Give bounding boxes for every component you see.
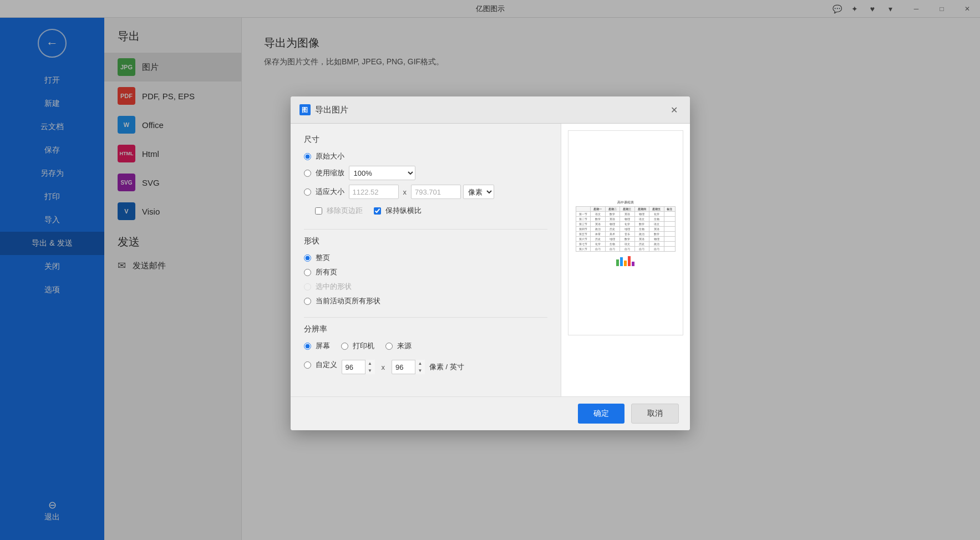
radio-fit-input[interactable] <box>304 188 311 195</box>
radio-all-pages-label: 所有页 <box>316 267 337 277</box>
dialog-close-button[interactable]: ✕ <box>668 103 681 116</box>
radio-printer-label: 打印机 <box>353 341 374 351</box>
custom-x-down[interactable]: ▼ <box>365 367 375 374</box>
custom-y-wrap: ▲ ▼ <box>392 360 425 374</box>
radio-whole-page-input[interactable] <box>304 254 311 261</box>
custom-x-up[interactable]: ▲ <box>365 360 375 367</box>
resolution-section-title: 分辨率 <box>304 324 547 334</box>
radio-all-pages-input[interactable] <box>304 268 311 276</box>
custom-y-spinners: ▲ ▼ <box>415 360 425 374</box>
radio-custom-input[interactable] <box>304 361 311 368</box>
keep-ratio-row: 保持纵横比 <box>374 206 422 216</box>
radio-original-size[interactable]: 原始大小 <box>304 151 547 161</box>
custom-y-up[interactable]: ▲ <box>415 360 425 367</box>
radio-zoom-row[interactable]: 使用缩放 100% <box>304 166 547 180</box>
dialog-left-panel: 尺寸 原始大小 使用缩放 100% 适应大小 <box>291 124 561 396</box>
preview-chart <box>616 254 634 266</box>
radio-screen[interactable]: 屏幕 <box>304 341 330 351</box>
shape-section-title: 形状 <box>304 236 547 246</box>
radio-screen-label: 屏幕 <box>316 341 330 351</box>
remove-margin-row: 移除页边距 <box>315 206 363 216</box>
remove-margin-checkbox[interactable] <box>315 207 322 214</box>
dialog-header-icon: 图 <box>299 104 311 115</box>
radio-source-label: 来源 <box>397 341 412 351</box>
resolution-options-row: 屏幕 打印机 来源 <box>304 341 547 355</box>
radio-current-page-input[interactable] <box>304 297 311 304</box>
radio-current-page[interactable]: 当前活动页所有形状 <box>304 296 547 306</box>
radio-original-size-label: 原始大小 <box>316 151 344 161</box>
radio-custom-label: 自定义 <box>316 360 337 370</box>
zoom-select[interactable]: 100% <box>349 166 415 180</box>
shape-section: 形状 整页 所有页 选中的形状 当前活动页所有形状 <box>304 236 547 306</box>
size-section: 尺寸 原始大小 使用缩放 100% 适应大小 <box>304 135 547 218</box>
radio-selected-shapes-input <box>304 283 311 290</box>
preview-area: 高中课程表 星期一星期二星期三星期四星期五备注 第一节语文数学英语物理化学 第二… <box>568 130 683 335</box>
dialog-body: 尺寸 原始大小 使用缩放 100% 适应大小 <box>291 124 690 396</box>
radio-fit-label: 适应大小 <box>316 187 344 197</box>
preview-table-title: 高中课程表 <box>617 200 634 205</box>
custom-x-wrap: ▲ ▼ <box>342 360 375 374</box>
radio-current-page-label: 当前活动页所有形状 <box>316 296 380 306</box>
custom-resolution-row: 自定义 ▲ ▼ x ▲ ▼ <box>304 360 547 374</box>
radio-original-size-input[interactable] <box>304 152 311 160</box>
radio-custom[interactable]: 自定义 <box>304 360 337 370</box>
fit-options-row: 移除页边距 保持纵横比 <box>315 203 547 218</box>
confirm-button[interactable]: 确定 <box>578 404 624 424</box>
size-section-title: 尺寸 <box>304 135 547 145</box>
preview-content: 高中课程表 星期一星期二星期三星期四星期五备注 第一节语文数学英语物理化学 第二… <box>568 195 683 270</box>
cross-label: x <box>401 187 409 196</box>
preview-table: 星期一星期二星期三星期四星期五备注 第一节语文数学英语物理化学 第二节数学英语物… <box>576 206 676 251</box>
radio-all-pages[interactable]: 所有页 <box>304 267 547 277</box>
fit-height-input[interactable] <box>411 185 461 199</box>
export-image-dialog: 图 导出图片 ✕ 尺寸 原始大小 使用缩放 100% <box>291 96 690 430</box>
radio-printer[interactable]: 打印机 <box>341 341 374 351</box>
custom-unit-label: 像素 / 英寸 <box>429 362 464 372</box>
radio-source[interactable]: 来源 <box>385 341 412 351</box>
section-divider-1 <box>304 229 547 230</box>
custom-y-down[interactable]: ▼ <box>415 367 425 374</box>
dialog-footer: 确定 取消 <box>291 396 690 430</box>
radio-zoom-label: 使用缩放 <box>316 168 344 178</box>
radio-printer-input[interactable] <box>341 342 348 349</box>
resolution-section: 分辨率 屏幕 打印机 来源 <box>304 324 547 374</box>
cross-label-2: x <box>379 363 388 371</box>
radio-screen-input[interactable] <box>304 342 311 349</box>
fit-unit-select[interactable]: 像素 <box>463 185 494 199</box>
radio-fit-row[interactable]: 适应大小 x 像素 <box>304 185 547 199</box>
keep-ratio-checkbox[interactable] <box>374 207 381 214</box>
keep-ratio-label: 保持纵横比 <box>385 206 422 216</box>
radio-selected-shapes[interactable]: 选中的形状 <box>304 282 547 292</box>
dialog-right-panel: 高中课程表 星期一星期二星期三星期四星期五备注 第一节语文数学英语物理化学 第二… <box>561 124 690 396</box>
fit-width-input[interactable] <box>349 185 399 199</box>
cancel-button[interactable]: 取消 <box>631 404 679 424</box>
radio-whole-page[interactable]: 整页 <box>304 253 547 263</box>
custom-x-spinners: ▲ ▼ <box>365 360 375 374</box>
radio-whole-page-label: 整页 <box>316 253 330 263</box>
radio-zoom-input[interactable] <box>304 169 311 176</box>
section-divider-2 <box>304 317 547 318</box>
dialog-title: 导出图片 <box>315 104 663 115</box>
radio-selected-shapes-label: 选中的形状 <box>316 282 352 292</box>
dialog-header: 图 导出图片 ✕ <box>291 96 690 124</box>
fit-size-inputs: x 像素 <box>349 185 495 199</box>
radio-source-input[interactable] <box>385 342 393 349</box>
remove-margin-label: 移除页边距 <box>327 206 363 216</box>
